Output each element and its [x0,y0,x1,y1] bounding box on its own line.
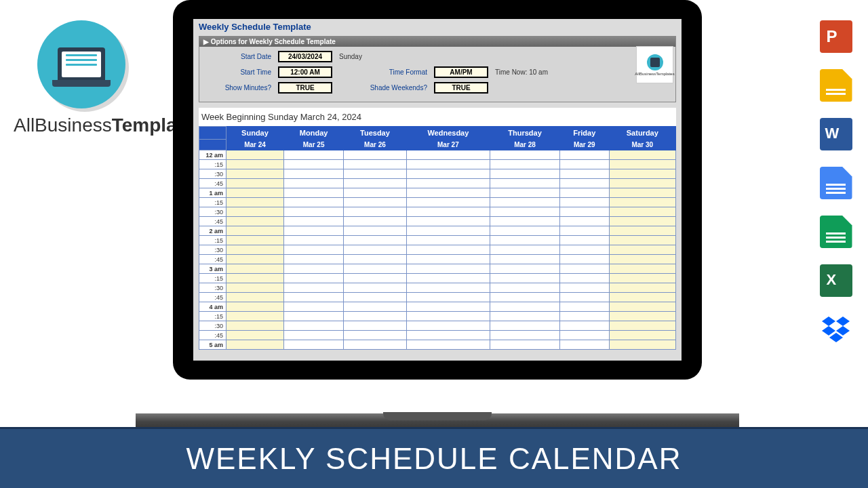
calendar-cell[interactable] [559,160,609,169]
calendar-cell[interactable] [609,321,675,331]
calendar-cell[interactable] [559,321,609,331]
calendar-cell[interactable] [344,293,406,302]
calendar-cell[interactable] [490,340,560,350]
calendar-cell[interactable] [609,150,675,160]
calendar-cell[interactable] [406,274,490,283]
calendar-cell[interactable] [406,236,490,245]
calendar-cell[interactable] [406,226,490,236]
calendar-cell[interactable] [609,207,675,217]
calendar-cell[interactable] [226,255,284,264]
calendar-cell[interactable] [559,283,609,293]
calendar-cell[interactable] [226,207,284,217]
calendar-cell[interactable] [609,255,675,264]
calendar-cell[interactable] [559,331,609,340]
calendar-cell[interactable] [226,217,284,226]
calendar-cell[interactable] [609,179,675,188]
show-minutes-field[interactable]: TRUE [278,82,332,94]
calendar-cell[interactable] [226,321,284,331]
calendar-cell[interactable] [283,321,343,331]
calendar-cell[interactable] [490,207,560,217]
calendar-cell[interactable] [559,188,609,198]
google-slides-icon[interactable] [820,69,852,102]
shade-weekends-field[interactable]: TRUE [434,82,488,94]
calendar-cell[interactable] [406,188,490,198]
calendar-cell[interactable] [559,226,609,236]
calendar-cell[interactable] [344,150,406,160]
calendar-cell[interactable] [609,293,675,302]
calendar-cell[interactable] [226,340,284,350]
calendar-cell[interactable] [283,226,343,236]
time-format-field[interactable]: AM/PM [434,66,488,78]
calendar-cell[interactable] [283,217,343,226]
calendar-cell[interactable] [406,150,490,160]
calendar-cell[interactable] [406,283,490,293]
calendar-cell[interactable] [559,179,609,188]
calendar-cell[interactable] [344,245,406,255]
calendar-cell[interactable] [226,283,284,293]
start-time-field[interactable]: 12:00 AM [278,66,332,78]
calendar-cell[interactable] [283,274,343,283]
calendar-cell[interactable] [490,274,560,283]
calendar-cell[interactable] [490,150,560,160]
calendar-cell[interactable] [344,226,406,236]
calendar-cell[interactable] [406,340,490,350]
calendar-cell[interactable] [559,312,609,321]
calendar-cell[interactable] [609,312,675,321]
calendar-cell[interactable] [490,321,560,331]
calendar-cell[interactable] [609,236,675,245]
calendar-cell[interactable] [406,264,490,274]
calendar-cell[interactable] [283,179,343,188]
calendar-cell[interactable] [283,283,343,293]
calendar-cell[interactable] [559,245,609,255]
calendar-cell[interactable] [226,312,284,321]
calendar-cell[interactable] [344,169,406,179]
calendar-cell[interactable] [609,226,675,236]
calendar-cell[interactable] [490,179,560,188]
calendar-cell[interactable] [226,198,284,207]
calendar-cell[interactable] [490,331,560,340]
calendar-cell[interactable] [283,293,343,302]
calendar-cell[interactable] [490,245,560,255]
calendar-cell[interactable] [490,236,560,245]
calendar-cell[interactable] [490,302,560,312]
calendar-cell[interactable] [559,340,609,350]
calendar-cell[interactable] [609,283,675,293]
calendar-cell[interactable] [226,236,284,245]
google-sheets-icon[interactable] [820,216,852,248]
calendar-cell[interactable] [490,255,560,264]
calendar-cell[interactable] [344,236,406,245]
start-date-field[interactable]: 24/03/2024 [278,51,332,62]
calendar-cell[interactable] [609,198,675,207]
calendar-cell[interactable] [490,160,560,169]
calendar-cell[interactable] [226,179,284,188]
calendar-cell[interactable] [609,217,675,226]
word-icon[interactable] [820,118,852,150]
calendar-cell[interactable] [609,160,675,169]
calendar-cell[interactable] [344,283,406,293]
calendar-cell[interactable] [283,207,343,217]
calendar-cell[interactable] [344,198,406,207]
calendar-cell[interactable] [344,217,406,226]
calendar-cell[interactable] [609,274,675,283]
calendar-cell[interactable] [283,198,343,207]
calendar-cell[interactable] [344,188,406,198]
calendar-cell[interactable] [344,179,406,188]
calendar-cell[interactable] [559,198,609,207]
calendar-cell[interactable] [226,150,284,160]
calendar-cell[interactable] [226,188,284,198]
calendar-cell[interactable] [490,169,560,179]
calendar-cell[interactable] [490,188,560,198]
calendar-cell[interactable] [490,283,560,293]
calendar-cell[interactable] [559,293,609,302]
calendar-cell[interactable] [559,207,609,217]
calendar-cell[interactable] [226,169,284,179]
calendar-cell[interactable] [609,169,675,179]
calendar-cell[interactable] [344,331,406,340]
calendar-cell[interactable] [283,312,343,321]
calendar-cell[interactable] [609,302,675,312]
calendar-cell[interactable] [344,207,406,217]
calendar-cell[interactable] [283,236,343,245]
calendar-cell[interactable] [609,245,675,255]
calendar-cell[interactable] [559,274,609,283]
calendar-cell[interactable] [344,340,406,350]
